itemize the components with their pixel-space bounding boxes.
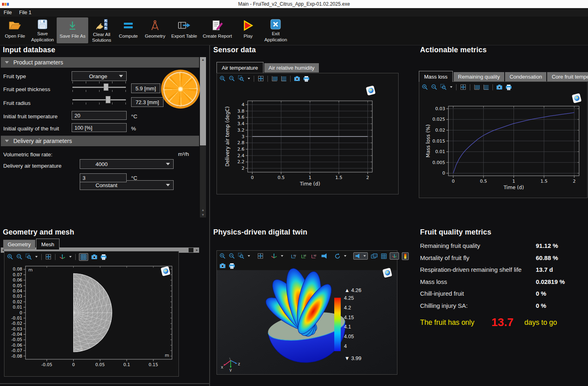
fit-icon[interactable] [257, 253, 264, 259]
y-grid-icon[interactable] [483, 84, 489, 90]
caret-icon[interactable] [69, 254, 72, 260]
clear-all-solutions-button[interactable]: Clear All Solutions [88, 17, 115, 43]
zoom-in-icon[interactable] [422, 84, 428, 90]
save-application-button[interactable]: Save Application [28, 17, 57, 43]
printer-icon[interactable] [303, 76, 310, 82]
caret-icon[interactable] [450, 84, 453, 90]
printer-icon[interactable] [100, 254, 107, 260]
fit-icon[interactable] [45, 254, 52, 260]
open-file-button[interactable]: Open File [2, 17, 28, 43]
tab-mass-loss[interactable]: Mass loss [419, 71, 453, 82]
view-xy-icon[interactable]: xy [290, 253, 297, 259]
zoom-out-icon[interactable] [431, 84, 437, 90]
massloss-chart[interactable]: 00.511.5200.0050.010.0150.020.0250.03Tim… [419, 92, 586, 194]
caret-icon[interactable] [280, 253, 284, 259]
svg-text:r=0: r=0 [74, 347, 83, 352]
zoom-in-icon[interactable] [219, 75, 226, 82]
pane-splitter-vertical[interactable] [209, 45, 210, 386]
mesh-plot[interactable]: -0.0500.050.10.15-0.08-0.07-0.06-0.05-0.… [4, 262, 176, 374]
x-grid-icon[interactable] [473, 84, 480, 90]
menu-file[interactable]: File [0, 10, 15, 15]
zoom-in-icon[interactable] [7, 254, 13, 260]
vertical-scrollbar[interactable]: ▲ ▲ ▼ [200, 57, 206, 218]
zoom-box-icon[interactable] [238, 253, 244, 259]
flow-rate-select[interactable]: 4000 [80, 159, 174, 169]
axes-toggle-icon[interactable] [391, 253, 397, 259]
svg-text:-0.08: -0.08 [11, 354, 22, 358]
orientation-axes-icon[interactable] [270, 253, 278, 259]
zoom-out-icon[interactable] [229, 75, 235, 82]
scene-icon[interactable] [371, 253, 378, 259]
grid-icon[interactable] [381, 253, 387, 259]
rotate-icon[interactable] [334, 253, 341, 259]
camera-icon[interactable] [294, 76, 300, 81]
tab-condensation[interactable]: Condensation [505, 72, 546, 81]
toolbar-button-group[interactable] [390, 252, 399, 260]
toolbar-button-group[interactable] [353, 252, 368, 260]
constant-temperature-input[interactable]: 3 [80, 173, 127, 182]
printer-icon[interactable] [505, 84, 512, 90]
pane-splitter-horizontal[interactable] [0, 383, 209, 384]
play-icon [242, 19, 254, 32]
save-file-as-button[interactable]: Save File As [57, 17, 88, 43]
caret-icon[interactable] [247, 253, 250, 259]
sensor-chart[interactable]: 00.511.5222.22.42.62.833.23.43.63.84Time… [217, 84, 397, 192]
grid-icon[interactable] [81, 254, 87, 260]
export-table-button[interactable]: Export Table [168, 17, 200, 43]
slider-thumb[interactable] [106, 96, 110, 103]
fruit-radius-value[interactable]: 72.3 [mm] [131, 97, 163, 107]
compute-button[interactable]: Compute [115, 17, 142, 43]
create-report-button[interactable]: Create Report [200, 17, 235, 43]
zoom-in-icon[interactable] [219, 253, 226, 259]
camera-icon[interactable] [496, 84, 503, 90]
caret-icon[interactable] [344, 253, 347, 259]
toolbar-button-group[interactable] [79, 253, 88, 261]
initial-temperature-input[interactable]: 20 [72, 111, 127, 120]
zoom-box-icon[interactable] [25, 254, 32, 260]
peel-thickness-value[interactable]: 5.9 [mm] [131, 83, 160, 93]
camera-icon[interactable] [219, 263, 226, 269]
y-grid-icon[interactable] [280, 75, 287, 82]
caret-icon[interactable] [247, 76, 250, 81]
fruit-radius-slider[interactable] [72, 96, 126, 104]
product-parameters-section-header[interactable]: Product parameters [1, 57, 199, 68]
printer-icon[interactable] [229, 263, 235, 269]
initial-quality-input[interactable]: 100 [%] [72, 123, 127, 132]
fit-icon[interactable] [460, 84, 467, 90]
view-xz-icon[interactable]: xz [310, 253, 318, 259]
x-grid-icon[interactable] [271, 75, 278, 82]
menu-file-1[interactable]: File 1 [15, 10, 35, 15]
zoom-box-icon[interactable] [440, 84, 447, 90]
zoom-box-icon[interactable] [238, 75, 244, 82]
toolbar-button-group[interactable] [402, 252, 409, 260]
orientation-axes-icon[interactable] [59, 254, 66, 260]
geometry-button[interactable]: Geometry [142, 17, 168, 43]
zoom-out-icon[interactable] [16, 254, 23, 260]
caret-icon[interactable] [35, 254, 38, 260]
tab-mesh[interactable]: Mesh [36, 239, 59, 250]
slider-thumb[interactable] [104, 83, 108, 91]
tab-air-relative-humidity[interactable]: Air relative humidity [264, 63, 319, 73]
fruit-type-select[interactable]: Orange [72, 71, 127, 81]
play-button[interactable]: Play [235, 17, 261, 43]
caret-icon[interactable] [363, 253, 366, 259]
delivery-air-section-header[interactable]: Delivery air parameters [1, 136, 199, 146]
colorbar: 4.254.24.154.14.054 [334, 298, 363, 351]
scrollbar-thumb[interactable] [200, 57, 206, 145]
projector-icon[interactable] [321, 253, 328, 259]
fit-icon[interactable] [257, 75, 264, 82]
peel-thickness-slider[interactable] [72, 81, 126, 92]
exit-application-button[interactable]: Exit Application [261, 17, 290, 43]
svg-text:-0.07: -0.07 [11, 348, 22, 353]
view-yz-icon[interactable]: yz [300, 253, 308, 259]
tab-geometry[interactable]: Geometry [3, 240, 35, 249]
legend-toggle-icon[interactable] [403, 253, 407, 259]
tab-core-fruit-temperature[interactable]: Core fruit temperature [547, 72, 588, 81]
zoom-out-icon[interactable] [229, 253, 235, 259]
digital-twin-panel[interactable]: xyyzxz [217, 250, 397, 375]
tab-air-temperature[interactable]: Air temperature [217, 62, 263, 73]
tab-remaining-quality[interactable]: Remaining quality [454, 72, 504, 81]
scrollbar-thumb[interactable] [189, 248, 193, 252]
camera-icon[interactable] [91, 254, 98, 260]
light-icon[interactable] [355, 253, 362, 259]
